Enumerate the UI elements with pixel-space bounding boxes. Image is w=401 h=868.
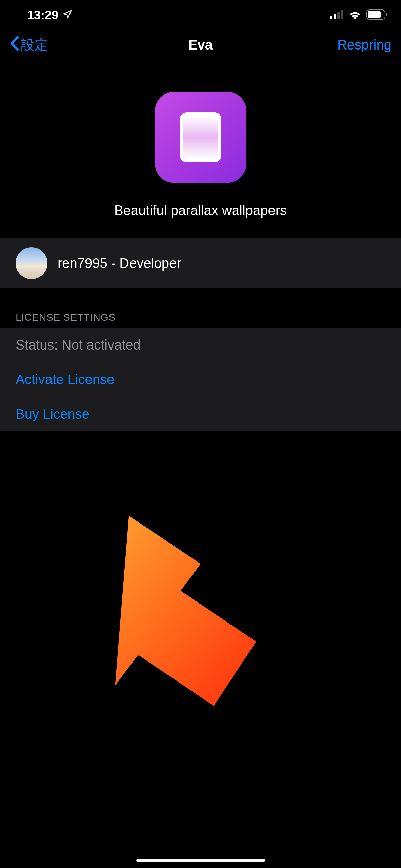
developer-name: ren7995 - Developer: [58, 256, 181, 271]
license-section-header: LICENSE SETTINGS: [0, 288, 401, 328]
activate-license-button[interactable]: Activate License: [0, 362, 401, 397]
status-time: 13:29: [27, 8, 58, 22]
app-icon: [155, 92, 246, 183]
status-bar: 13:29: [0, 0, 401, 31]
battery-icon: [366, 9, 387, 21]
svg-rect-0: [330, 16, 332, 19]
license-status-row: Status: Not activated: [0, 328, 401, 362]
annotation-arrow-overlay: [95, 509, 271, 720]
buy-license-button[interactable]: Buy License: [0, 397, 401, 431]
location-arrow-icon: [62, 8, 73, 22]
back-button[interactable]: 設定: [9, 36, 48, 54]
back-label: 設定: [21, 36, 48, 54]
svg-rect-5: [368, 11, 381, 18]
navigation-title: Eva: [188, 37, 213, 53]
svg-rect-6: [386, 13, 387, 16]
wifi-icon: [348, 9, 362, 21]
license-settings-group: Status: Not activated Activate License B…: [0, 328, 401, 431]
header-subtitle: Beautiful parallax wallpapers: [114, 203, 287, 218]
svg-rect-2: [337, 12, 340, 19]
svg-rect-1: [334, 14, 336, 19]
cellular-signal-icon: [330, 10, 343, 21]
navigation-bar: 設定 Eva Respring: [0, 31, 401, 61]
app-header: Beautiful parallax wallpapers: [0, 61, 401, 238]
home-indicator[interactable]: [136, 859, 265, 862]
app-icon-inner: [180, 112, 221, 162]
respring-button[interactable]: Respring: [337, 37, 392, 53]
chevron-left-icon: [9, 36, 20, 54]
developer-row[interactable]: ren7995 - Developer: [0, 238, 401, 288]
svg-rect-3: [341, 10, 343, 19]
avatar: [16, 247, 47, 279]
status-left: 13:29: [27, 8, 73, 22]
status-right: [330, 9, 387, 21]
